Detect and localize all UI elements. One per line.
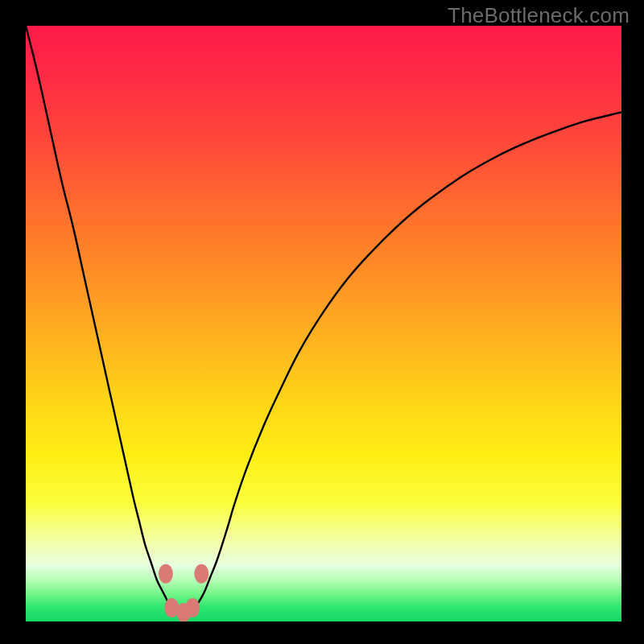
v-curve <box>26 26 621 614</box>
chart-overlay <box>26 26 621 621</box>
plot-area <box>26 26 621 621</box>
curve-marker <box>194 564 208 584</box>
watermark-text: TheBottleneck.com <box>448 3 630 28</box>
chart-frame: TheBottleneck.com <box>0 0 644 644</box>
curve-markers <box>159 564 208 621</box>
curve-marker <box>159 564 173 584</box>
curve-marker <box>185 598 200 617</box>
